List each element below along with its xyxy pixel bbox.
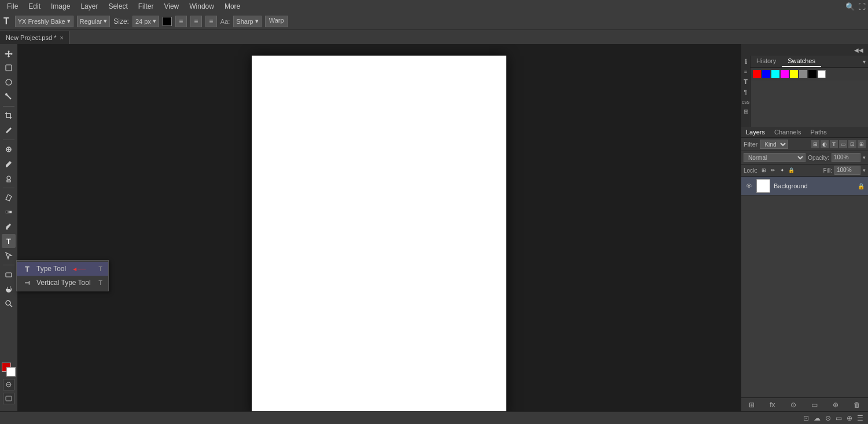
eraser-button[interactable] (2, 191, 16, 204)
filter-smart-icon[interactable]: ⊡ (848, 140, 856, 148)
lock-position-button[interactable]: ✦ (778, 166, 786, 174)
swatch-blue[interactable] (762, 70, 770, 78)
pen-tool-button[interactable] (2, 220, 16, 233)
swatch-white[interactable] (818, 70, 826, 78)
lock-all-button[interactable]: 🔒 (788, 166, 796, 174)
direct-select-button[interactable] (2, 248, 16, 262)
layer-background[interactable]: 👁 Background 🔒 (741, 177, 868, 196)
panel-menu-icon[interactable]: ▾ (863, 59, 866, 65)
delete-layer-icon[interactable]: 🗑 (854, 401, 860, 409)
font-size-label: Size: (113, 17, 129, 25)
fill-triangle-icon[interactable]: ▾ (863, 167, 866, 173)
panel-paragraph-icon[interactable]: ¶ (744, 89, 748, 96)
opacity-value[interactable]: 100% (832, 153, 860, 162)
add-mask-icon[interactable]: ⊙ (790, 401, 796, 409)
lock-transparent-button[interactable]: ⊞ (760, 166, 768, 174)
heal-brush-button[interactable] (2, 142, 16, 156)
bottom-icon-circle[interactable]: ⊙ (825, 414, 831, 422)
filter-pixel-icon[interactable]: ⊞ (811, 140, 819, 148)
panel-css-icon[interactable]: css (742, 99, 750, 105)
layer-visibility-toggle[interactable]: 👁 (745, 182, 753, 190)
swatch-gray[interactable] (799, 70, 807, 78)
hand-tool-button[interactable] (2, 282, 16, 296)
menu-more[interactable]: More (220, 1, 245, 12)
blend-mode-dropdown[interactable]: Normal (744, 153, 806, 162)
type-tool-button[interactable]: T (2, 234, 16, 248)
eyedropper-button[interactable] (2, 123, 16, 137)
panel-type-icon[interactable]: T (744, 78, 748, 85)
align-left-button[interactable]: ≡ (175, 16, 187, 27)
font-size-dropdown[interactable]: 24 px ▾ (133, 16, 159, 27)
quick-mask-button[interactable] (3, 379, 14, 390)
bottom-icon-rect[interactable]: ▭ (836, 414, 842, 422)
history-tab[interactable]: History (751, 56, 782, 67)
vertical-type-tool-flyout-item[interactable]: T Vertical Type Tool T (17, 276, 108, 290)
brush-tool-button[interactable] (2, 157, 16, 171)
align-right-button[interactable]: ≡ (205, 16, 217, 27)
swatch-cyan[interactable] (771, 70, 779, 78)
menu-file[interactable]: File (2, 1, 23, 12)
bottom-icon-menu[interactable]: ☰ (857, 414, 863, 422)
link-layers-icon[interactable]: ⊞ (749, 401, 755, 409)
swatch-black[interactable] (808, 70, 816, 78)
filter-group-icon[interactable]: ⊞ (858, 140, 866, 148)
crop-tool-button[interactable] (2, 109, 16, 123)
layers-tab[interactable]: Layers (741, 127, 770, 137)
lock-image-button[interactable]: ✏ (769, 166, 777, 174)
canvas-area[interactable] (17, 44, 741, 411)
panel-settings-icon[interactable]: ≡ (744, 69, 747, 75)
move-tool-button[interactable] (2, 46, 16, 60)
document-canvas[interactable] (252, 56, 506, 411)
menu-edit[interactable]: Edit (24, 1, 45, 12)
shape-tool-button[interactable] (2, 268, 16, 282)
tab-close-button[interactable]: × (60, 35, 63, 41)
swatch-yellow[interactable] (790, 70, 798, 78)
swatches-tab[interactable]: Swatches (782, 56, 821, 67)
menu-window[interactable]: Window (185, 1, 219, 12)
swatch-red[interactable] (753, 70, 761, 78)
screen-mode-button[interactable] (3, 393, 14, 404)
bottom-icon-resize[interactable]: ⊡ (803, 414, 809, 422)
menu-filter[interactable]: Filter (134, 1, 159, 12)
warp-button[interactable]: Warp (265, 16, 288, 27)
document-tab[interactable]: New Project.psd * × (0, 31, 69, 44)
font-style-dropdown[interactable]: Regular ▾ (77, 16, 111, 27)
lasso-tool-button[interactable] (2, 75, 16, 89)
channels-tab[interactable]: Channels (770, 127, 806, 137)
panel-info-icon[interactable]: ℹ (745, 58, 747, 65)
stamp-tool-button[interactable] (2, 171, 16, 185)
antialiasing-dropdown[interactable]: Sharp ▾ (233, 16, 261, 27)
panel-layers-icon[interactable]: ⊞ (744, 108, 748, 115)
filter-shape-icon[interactable]: ▭ (839, 140, 847, 148)
add-style-icon[interactable]: fx (770, 401, 775, 409)
panel-collapse-left-icon[interactable]: ◀◀ (854, 47, 863, 53)
filter-adjustment-icon[interactable]: ◐ (821, 140, 829, 148)
text-color-swatch[interactable] (163, 17, 172, 26)
opacity-triangle-icon[interactable]: ▾ (863, 155, 866, 160)
selection-tool-button[interactable] (2, 61, 16, 75)
filter-type-icon[interactable]: T (830, 140, 838, 148)
chevron-down-icon: ▾ (255, 17, 259, 25)
expand-icon[interactable]: ⛶ (858, 2, 866, 11)
menu-layer[interactable]: Layer (76, 1, 102, 12)
menu-select[interactable]: Select (104, 1, 132, 12)
new-layer-icon[interactable]: ⊕ (833, 401, 838, 409)
paths-tab[interactable]: Paths (806, 127, 832, 137)
menu-image[interactable]: Image (46, 1, 75, 12)
bottom-icon-plus[interactable]: ⊕ (847, 414, 852, 422)
search-icon[interactable]: 🔍 (845, 2, 855, 11)
type-tool-flyout-item[interactable]: T Type Tool ◄── T (17, 262, 108, 276)
gradient-tool-button[interactable] (2, 205, 16, 219)
magic-wand-button[interactable] (2, 90, 16, 104)
background-color[interactable] (6, 367, 16, 377)
filter-kind-dropdown[interactable]: Kind (760, 140, 788, 149)
font-family-dropdown[interactable]: YX Freshly Bake ▾ (15, 16, 73, 27)
align-center-button[interactable]: ≡ (190, 16, 202, 27)
color-selector[interactable] (2, 363, 16, 377)
swatch-magenta[interactable] (781, 70, 789, 78)
zoom-tool-button[interactable] (2, 297, 16, 310)
new-group-icon[interactable]: ▭ (811, 401, 818, 409)
bottom-icon-cloud[interactable]: ☁ (814, 414, 821, 422)
fill-value[interactable]: 100% (834, 166, 860, 175)
menu-view[interactable]: View (159, 1, 183, 12)
